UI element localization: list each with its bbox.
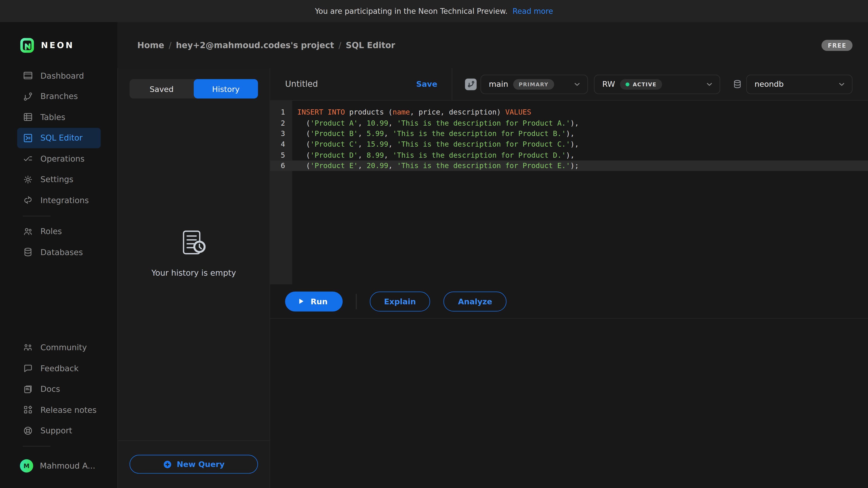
sidebar-item-label: Community [40, 343, 87, 352]
chevron-down-icon [573, 80, 581, 88]
endpoint-select[interactable]: RW ACTIVE [594, 74, 720, 94]
branches-icon [23, 91, 33, 102]
save-button[interactable]: Save [416, 80, 437, 89]
sidebar-item-roles[interactable]: Roles [17, 221, 101, 242]
sidebar-item-sql-editor[interactable]: SQL Editor [17, 127, 101, 148]
code-text: ('Product B', 5.99, 'This is the descrip… [292, 129, 575, 138]
header-divider [452, 68, 452, 100]
user-menu[interactable]: M Mahmoud A... [20, 459, 117, 473]
sidebar-divider [23, 216, 50, 216]
explain-button[interactable]: Explain [370, 291, 430, 311]
history-empty-icon [179, 228, 208, 257]
sidebar-item-operations[interactable]: Operations [17, 148, 101, 169]
breadcrumb-item-1[interactable]: hey+2@mahmoud.codes's project [176, 40, 334, 50]
page-header: Home/hey+2@mahmoud.codes's project/SQL E… [117, 22, 868, 68]
sidebar-item-docs[interactable]: Docs [17, 379, 101, 399]
results-area [270, 319, 868, 488]
sidebar-item-label: Tables [40, 113, 65, 122]
database-icon [733, 79, 742, 89]
sidebar-item-label: Databases [40, 248, 83, 257]
query-title[interactable]: Untitled [285, 79, 318, 89]
history-footer: New Query [118, 440, 270, 488]
new-query-label: New Query [177, 460, 225, 468]
code-line-3[interactable]: 3 ('Product B', 5.99, 'This is the descr… [270, 128, 868, 139]
breadcrumb-item-0[interactable]: Home [137, 40, 164, 50]
sidebar-item-tables[interactable]: Tables [17, 107, 101, 128]
code-line-5[interactable]: 5 ('Product D', 8.99, 'This is the descr… [270, 150, 868, 160]
sidebar-item-label: SQL Editor [40, 133, 83, 142]
line-number: 5 [270, 151, 292, 159]
editor-header: Untitled Save main PRIMARY [270, 68, 868, 101]
history-empty-state: Your history is empty [118, 82, 270, 424]
community-icon [23, 342, 33, 353]
support-icon [23, 425, 33, 436]
tables-icon [23, 112, 33, 123]
primary-badge: PRIMARY [513, 79, 554, 90]
release-icon [23, 404, 33, 415]
code-text: ('Product C', 15.99, 'This is the descri… [292, 140, 579, 149]
dashboard-icon [23, 70, 33, 81]
avatar: M [20, 459, 33, 473]
code-line-4[interactable]: 4 ('Product C', 15.99, 'This is the desc… [270, 139, 868, 150]
settings-icon [23, 174, 33, 185]
play-icon [297, 297, 305, 305]
sidebar-item-label: Dashboard [40, 71, 84, 80]
database-select[interactable]: neondb [746, 74, 852, 94]
databases-icon [23, 247, 33, 258]
sidebar-divider-bottom [23, 446, 50, 447]
integrations-icon [23, 195, 33, 205]
line-number: 1 [270, 108, 292, 116]
branch-chip-icon [465, 78, 476, 90]
sidebar-item-community[interactable]: Community [17, 337, 101, 358]
branch-name: main [489, 80, 508, 89]
chevron-down-icon [837, 80, 846, 88]
history-empty-text: Your history is empty [151, 268, 236, 277]
banner-read-more-link[interactable]: Read more [513, 6, 553, 15]
sidebar-item-label: Branches [40, 92, 78, 101]
sql-code-editor[interactable]: 1INSERT INTO products (name, price, desc… [270, 101, 868, 285]
sidebar-item-label: Integrations [40, 196, 89, 204]
sidebar-item-settings[interactable]: Settings [17, 169, 101, 190]
analyze-button[interactable]: Analyze [444, 291, 507, 311]
line-number: 2 [270, 119, 292, 127]
breadcrumb-item-2[interactable]: SQL Editor [346, 40, 395, 50]
breadcrumb-separator: / [168, 40, 171, 50]
sidebar-item-support[interactable]: Support [17, 420, 101, 441]
roles-icon [23, 226, 33, 237]
sidebar-item-label: Feedback [40, 364, 79, 373]
neon-wordmark: NEON [41, 40, 74, 51]
sidebar-item-label: Support [40, 426, 72, 435]
banner-text: You are participating in the Neon Techni… [315, 6, 507, 15]
sidebar-nav-main: DashboardBranchesTablesSQL EditorOperati… [0, 65, 117, 210]
plus-circle-icon [163, 459, 173, 469]
sidebar-item-branches[interactable]: Branches [17, 86, 101, 107]
line-number: 3 [270, 129, 292, 138]
code-text: ('Product A', 10.99, 'This is the descri… [292, 119, 579, 127]
code-line-1[interactable]: 1INSERT INTO products (name, price, desc… [270, 107, 868, 118]
new-query-button[interactable]: New Query [129, 455, 258, 474]
sidebar-item-label: Settings [40, 175, 73, 184]
branch-select[interactable]: main PRIMARY [480, 74, 588, 94]
docs-icon [23, 384, 33, 394]
sidebar-nav-footer: CommunityFeedbackDocsRelease notesSuppor… [0, 337, 117, 441]
neon-logo[interactable]: NEON [20, 38, 117, 53]
active-badge: ACTIVE [620, 79, 662, 90]
code-line-2[interactable]: 2 ('Product A', 10.99, 'This is the desc… [270, 118, 868, 128]
code-text: ('Product D', 8.99, 'This is the descrip… [292, 151, 575, 159]
sidebar-item-feedback[interactable]: Feedback [17, 358, 101, 379]
editor-actions-bar: Run Explain Analyze [270, 285, 868, 319]
sidebar-item-integrations[interactable]: Integrations [17, 190, 101, 210]
history-panel: SavedHistory Your history is em [117, 68, 270, 488]
sql-editor-panel: Untitled Save main PRIMARY [270, 68, 868, 488]
plan-badge: FREE [822, 39, 852, 51]
sidebar-item-dashboard[interactable]: Dashboard [17, 65, 101, 86]
sidebar-item-release-notes[interactable]: Release notes [17, 399, 101, 420]
neon-console: You are participating in the Neon Techni… [0, 0, 868, 488]
breadcrumb: Home/hey+2@mahmoud.codes's project/SQL E… [137, 40, 395, 50]
run-button[interactable]: Run [285, 291, 342, 311]
sidebar-item-databases[interactable]: Databases [17, 242, 101, 263]
sidebar: NEON DashboardBranchesTablesSQL EditorOp… [0, 22, 117, 488]
code-line-6[interactable]: 6 ('Product E', 20.99, 'This is the desc… [270, 160, 868, 171]
active-status-dot [625, 82, 629, 86]
code-text: ('Product E', 20.99, 'This is the descri… [292, 162, 579, 170]
